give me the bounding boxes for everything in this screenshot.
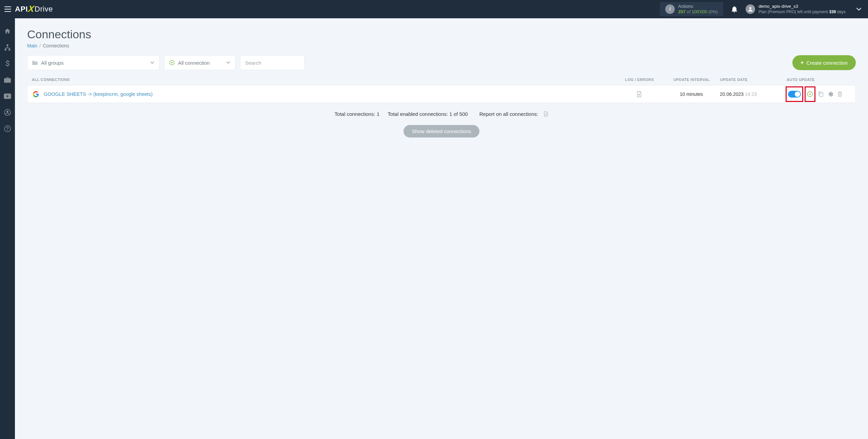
- svg-rect-3: [9, 49, 10, 50]
- sidebar-item-video[interactable]: [3, 92, 12, 100]
- notifications-button[interactable]: [729, 6, 739, 13]
- bell-icon: [731, 6, 737, 13]
- briefcase-icon: [4, 77, 11, 83]
- show-deleted-button[interactable]: Show deleted connections: [403, 125, 479, 138]
- groups-select[interactable]: All groups: [27, 55, 159, 70]
- report-link[interactable]: Report on all connections:: [476, 111, 548, 117]
- breadcrumb: Main/Connections: [27, 43, 856, 48]
- col-header-interval: UPDATE INTERVAL: [663, 78, 720, 82]
- gear-icon: [827, 91, 833, 97]
- user-icon: [747, 6, 753, 12]
- log-button[interactable]: [615, 91, 663, 98]
- svg-point-6: [6, 111, 8, 113]
- user-name: demo_apix-drive_s3: [758, 4, 846, 9]
- logo-text-drive: Drive: [35, 5, 53, 14]
- create-button-label: Create connection: [806, 60, 848, 66]
- create-connection-button[interactable]: + Create connection: [792, 55, 856, 70]
- summary-row: Total connections: 1 Total enabled conne…: [27, 111, 856, 117]
- col-header-auto: AUTO UPDATE: [783, 78, 851, 82]
- settings-button[interactable]: [827, 91, 834, 98]
- chevron-down-icon: [856, 8, 861, 11]
- play-circle-icon: [169, 60, 175, 65]
- run-button-highlight: [805, 87, 815, 101]
- sidebar-item-connections[interactable]: [3, 43, 12, 51]
- dollar-icon: [5, 60, 10, 67]
- play-circle-icon: [807, 91, 813, 97]
- breadcrumb-main[interactable]: Main: [27, 43, 37, 48]
- actions-counter[interactable]: i Actions: 257 of 100'000 (0%): [660, 2, 723, 16]
- plus-icon: +: [801, 60, 804, 66]
- controls-row: All groups All connection + Create conne…: [27, 55, 856, 70]
- update-interval: 10 minutes: [663, 91, 720, 97]
- search-input[interactable]: [245, 60, 299, 66]
- col-header-date: UPDATE DATE: [720, 78, 783, 82]
- status-select[interactable]: All connection: [164, 55, 235, 70]
- trash-icon: [837, 91, 843, 97]
- actions-limit: 100'000: [692, 9, 707, 14]
- sidebar-item-help[interactable]: [3, 125, 12, 133]
- update-date: 20.06.2023 14:23: [720, 91, 783, 97]
- logo-text-api: API: [15, 5, 28, 14]
- document-icon: [636, 91, 642, 98]
- breadcrumb-current: Connections: [43, 43, 69, 48]
- search-box[interactable]: [240, 55, 304, 70]
- user-circle-icon: [4, 109, 11, 116]
- sidebar-item-work[interactable]: [3, 76, 12, 84]
- run-button[interactable]: [807, 91, 813, 98]
- hamburger-menu[interactable]: [3, 4, 13, 14]
- svg-point-0: [749, 7, 751, 9]
- info-icon: i: [665, 4, 675, 14]
- svg-rect-1: [7, 45, 8, 46]
- home-icon: [4, 28, 11, 35]
- table-row: GOOGLE SHEETS -> (keepincrm, google shee…: [27, 85, 856, 103]
- main-content: Connections Main/Connections All groups …: [15, 18, 868, 439]
- groups-select-label: All groups: [41, 60, 64, 66]
- col-header-log: LOG / ERRORS: [616, 78, 663, 82]
- google-icon: [32, 90, 40, 98]
- sidebar-item-billing[interactable]: [3, 60, 12, 68]
- document-icon: [544, 111, 548, 117]
- actions-label: Actions:: [678, 4, 718, 9]
- sidebar-item-home[interactable]: [3, 27, 12, 35]
- sidebar-item-account[interactable]: [3, 108, 12, 117]
- total-connections: Total connections: 1: [335, 111, 380, 117]
- brand-logo[interactable]: APIXDrive: [15, 4, 53, 15]
- col-header-name: ALL CONNECTIONS: [32, 78, 616, 82]
- svg-rect-11: [820, 93, 823, 97]
- svg-rect-2: [5, 49, 6, 50]
- folder-icon: [32, 60, 38, 65]
- user-menu[interactable]: demo_apix-drive_s3 Plan |Premium PRO| le…: [746, 4, 852, 15]
- sitemap-icon: [4, 44, 11, 51]
- svg-point-8: [7, 130, 8, 131]
- user-menu-toggle[interactable]: [852, 8, 865, 11]
- actions-count: 257: [678, 9, 686, 14]
- hamburger-icon: [4, 6, 11, 12]
- status-select-label: All connection: [178, 60, 210, 66]
- auto-update-toggle[interactable]: [788, 91, 801, 98]
- plan-info: Plan |Premium PRO| left until payment 33…: [758, 9, 846, 15]
- copy-button[interactable]: [817, 91, 824, 98]
- connection-name-link[interactable]: GOOGLE SHEETS -> (keepincrm, google shee…: [44, 91, 153, 97]
- page-title: Connections: [27, 28, 856, 41]
- table-header: ALL CONNECTIONS LOG / ERRORS UPDATE INTE…: [27, 78, 856, 82]
- enabled-connections: Total enabled connections: 1 of 500: [388, 111, 468, 117]
- chevron-down-icon: [226, 61, 230, 64]
- auto-update-toggle-highlight: [786, 87, 803, 101]
- logo-text-x: X: [27, 4, 35, 14]
- sidebar: [0, 18, 15, 439]
- copy-icon: [818, 91, 824, 97]
- actions-percent: (0%): [707, 9, 718, 14]
- youtube-icon: [4, 93, 11, 99]
- chevron-down-icon: [150, 61, 154, 64]
- topbar: APIXDrive i Actions: 257 of 100'000 (0%)…: [0, 0, 868, 18]
- avatar: [746, 4, 755, 14]
- question-icon: [4, 125, 11, 132]
- delete-button[interactable]: [836, 91, 843, 98]
